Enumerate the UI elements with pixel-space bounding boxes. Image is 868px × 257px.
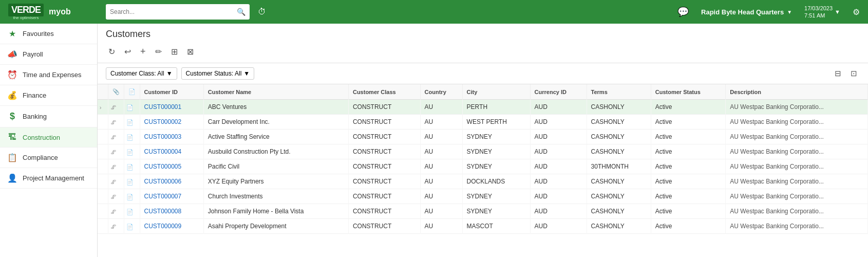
row-customer-id[interactable]: CUST000003 xyxy=(140,130,203,144)
datetime-area[interactable]: 17/03/2023 7:51 AM ▼ xyxy=(800,5,844,20)
paperclip-icon: 🖇 xyxy=(110,209,116,215)
message-button[interactable]: 💬 xyxy=(673,4,693,20)
customer-id-link[interactable]: CUST000007 xyxy=(144,193,182,200)
sidebar-label-project-management: Project Management xyxy=(23,174,84,182)
row-terms: CASHONLY xyxy=(587,189,651,204)
table-row[interactable]: 🖇 📄 CUST000003 Active Staffing Service C… xyxy=(98,130,868,144)
row-terms: CASHONLY xyxy=(587,204,651,219)
row-customer-id[interactable]: CUST000008 xyxy=(140,204,203,219)
customer-id-link[interactable]: CUST000006 xyxy=(144,178,182,185)
row-doc-cell: 📄 xyxy=(124,219,140,234)
sidebar-item-construction[interactable]: 🏗 Construction xyxy=(0,127,97,148)
row-city: SYDNEY xyxy=(462,144,530,159)
row-customer-id[interactable]: CUST000005 xyxy=(140,159,203,174)
search-button[interactable]: 🔍 xyxy=(237,8,246,16)
customer-id-link[interactable]: CUST000008 xyxy=(144,208,182,215)
search-box[interactable]: 🔍 xyxy=(106,4,250,20)
export-button[interactable]: ⊠ xyxy=(184,45,196,58)
row-customer-class: CONSTRUCT xyxy=(348,130,420,144)
col-customer-class[interactable]: Customer Class xyxy=(348,84,420,100)
customer-id-link[interactable]: CUST000002 xyxy=(144,118,182,125)
row-customer-status: Active xyxy=(651,204,726,219)
customer-id-link[interactable]: CUST000004 xyxy=(144,148,182,155)
filters-bar: Customer Class: All ▼ Customer Status: A… xyxy=(98,63,868,84)
col-country[interactable]: Country xyxy=(420,84,462,100)
row-description: AU Westpac Banking Corporatio... xyxy=(726,130,868,144)
document-icon: 📄 xyxy=(126,179,134,185)
content-area: Customers ↻ ↩ + ✏ ⊞ ⊠ Customer Class: Al… xyxy=(98,24,868,257)
company-name: Rapid Byte Head Quarters xyxy=(701,8,784,16)
sidebar-item-payroll[interactable]: 📣 Payroll xyxy=(0,44,97,65)
history-button[interactable]: ⏱ xyxy=(254,5,270,19)
row-description: AU Westpac Banking Corporatio... xyxy=(726,174,868,189)
row-customer-id[interactable]: CUST000002 xyxy=(140,115,203,130)
page-title: Customers xyxy=(98,24,868,43)
row-customer-id[interactable]: CUST000009 xyxy=(140,219,203,234)
col-currency-id[interactable]: Currency ID xyxy=(530,84,587,100)
table-row[interactable]: 🖇 📄 CUST000006 XYZ Equity Partners CONST… xyxy=(98,174,868,189)
edit-button[interactable]: ✏ xyxy=(153,45,164,58)
customer-status-filter[interactable]: Customer Status: All ▼ xyxy=(181,67,255,80)
row-customer-status: Active xyxy=(651,174,726,189)
refresh-button[interactable]: ↻ xyxy=(106,45,118,58)
col-description[interactable]: Description xyxy=(726,84,868,100)
customer-id-link[interactable]: CUST000001 xyxy=(144,103,182,111)
row-currency-id: AUD xyxy=(530,100,587,115)
document-icon: 📄 xyxy=(126,194,134,200)
sidebar-item-finance[interactable]: 💰 Finance xyxy=(0,85,97,106)
customer-class-label: Customer Class: All xyxy=(110,70,164,77)
table-row[interactable]: › 🖇 📄 CUST000001 ABC Ventures CONSTRUCT … xyxy=(98,100,868,115)
table-row[interactable]: 🖇 📄 CUST000005 Pacific Civil CONSTRUCT A… xyxy=(98,159,868,174)
customer-id-link[interactable]: CUST000005 xyxy=(144,163,182,170)
table-row[interactable]: 🖇 📄 CUST000009 Asahi Property Developmen… xyxy=(98,219,868,234)
sidebar-item-favourites[interactable]: ★ Favourites xyxy=(0,24,97,44)
col-city[interactable]: City xyxy=(462,84,530,100)
table-row[interactable]: 🖇 📄 CUST000002 Carr Development Inc. CON… xyxy=(98,115,868,130)
row-arrow-cell xyxy=(98,174,108,189)
row-arrow-cell xyxy=(98,159,108,174)
table-row[interactable]: 🖇 📄 CUST000007 Church Investments CONSTR… xyxy=(98,189,868,204)
settings-button[interactable]: ⚙ xyxy=(848,5,864,19)
sidebar-item-compliance[interactable]: 📋 Compliance xyxy=(0,148,97,168)
col-terms[interactable]: Terms xyxy=(587,84,651,100)
sidebar-label-banking: Banking xyxy=(23,113,47,120)
row-description: AU Westpac Banking Corporatio... xyxy=(726,189,868,204)
search-input[interactable] xyxy=(110,8,234,15)
add-button[interactable]: + xyxy=(138,45,148,59)
row-customer-id[interactable]: CUST000007 xyxy=(140,189,203,204)
row-country: AU xyxy=(420,100,462,115)
sidebar-item-time-expenses[interactable]: ⏰ Time and Expenses xyxy=(0,65,97,85)
undo-button[interactable]: ↩ xyxy=(122,45,134,58)
row-customer-class: CONSTRUCT xyxy=(348,204,420,219)
sidebar-item-project-management[interactable]: 👤 Project Management xyxy=(0,168,97,189)
customer-class-filter[interactable]: Customer Class: All ▼ xyxy=(106,67,177,80)
row-terms: CASHONLY xyxy=(587,115,651,130)
row-customer-id[interactable]: CUST000004 xyxy=(140,144,203,159)
row-customer-status: Active xyxy=(651,144,726,159)
table-row[interactable]: 🖇 📄 CUST000004 Ausbuild Construction Pty… xyxy=(98,144,868,159)
col-customer-name[interactable]: Customer Name xyxy=(203,84,348,100)
column-settings-button[interactable]: ⊡ xyxy=(848,67,860,80)
company-chevron-icon: ▼ xyxy=(787,9,792,15)
sidebar-item-banking[interactable]: $ Banking xyxy=(0,106,97,127)
row-customer-id[interactable]: CUST000006 xyxy=(140,174,203,189)
col-customer-status[interactable]: Customer Status xyxy=(651,84,726,100)
row-terms: CASHONLY xyxy=(587,130,651,144)
row-customer-class: CONSTRUCT xyxy=(348,219,420,234)
row-customer-name: Ausbuild Construction Pty Ltd. xyxy=(203,144,348,159)
customer-id-link[interactable]: CUST000003 xyxy=(144,133,182,140)
row-city: DOCKLANDS xyxy=(462,174,530,189)
row-doc-cell: 📄 xyxy=(124,159,140,174)
row-currency-id: AUD xyxy=(530,204,587,219)
customer-id-link[interactable]: CUST000009 xyxy=(144,223,182,230)
company-selector[interactable]: Rapid Byte Head Quarters ▼ xyxy=(697,8,796,16)
col-customer-id[interactable]: Customer ID xyxy=(140,84,203,100)
row-customer-name: Carr Development Inc. xyxy=(203,115,348,130)
row-arrow-cell xyxy=(98,115,108,130)
columns-button[interactable]: ⊞ xyxy=(168,45,180,58)
table-row[interactable]: 🖇 📄 CUST000008 Johnson Family Home - Bel… xyxy=(98,204,868,219)
row-paperclip-cell: 🖇 xyxy=(108,204,124,219)
filter-toggle-button[interactable]: ⊟ xyxy=(832,67,844,80)
row-city: SYDNEY xyxy=(462,159,530,174)
row-customer-id[interactable]: CUST000001 xyxy=(140,100,203,115)
